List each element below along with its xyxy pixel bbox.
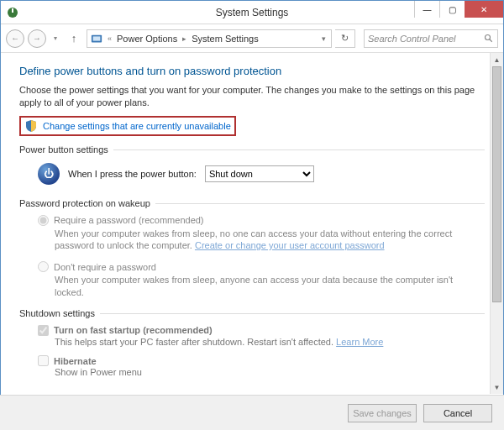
no-password-desc: When your computer wakes from sleep, any… (38, 274, 485, 298)
require-password-radio[interactable]: Require a password (recommended) (38, 215, 485, 226)
page-description: Choose the power settings that you want … (19, 84, 485, 109)
maximize-button[interactable]: ▢ (439, 1, 465, 18)
scroll-track[interactable] (491, 66, 503, 380)
vertical-scrollbar[interactable]: ▲ ▼ (490, 53, 503, 394)
breadcrumb-power-options[interactable]: Power Options (117, 34, 177, 44)
breadcrumb-root-sep: « (106, 34, 113, 43)
password-section-label: Password protection on wakeup (19, 198, 485, 208)
page-heading: Define power buttons and turn on passwor… (19, 65, 485, 77)
no-password-radio[interactable]: Don't require a password (38, 261, 485, 272)
fast-startup-desc: This helps start your PC faster after sh… (38, 336, 485, 349)
hibernate-desc: Show in Power menu (38, 366, 485, 379)
footer: Save changes Cancel (0, 395, 504, 430)
power-button-label: When I press the power button: (68, 169, 197, 179)
shutdown-section-label: Shutdown settings (19, 308, 485, 318)
navbar: ← → ▾ ↑ « Power Options ▸ System Setting… (1, 24, 503, 53)
power-icon: ⏻ (38, 163, 60, 185)
hibernate-label: Hibernate (54, 356, 97, 366)
fast-startup-label: Turn on fast startup (recommended) (54, 325, 213, 335)
content-area: Define power buttons and turn on passwor… (1, 53, 503, 394)
power-button-section-label: Power button settings (19, 144, 485, 155)
require-password-input[interactable] (38, 215, 49, 226)
hibernate-block: Hibernate Show in Power menu (19, 350, 485, 380)
address-dropdown[interactable]: ▾ (320, 34, 328, 43)
create-password-link[interactable]: Create or change your user account passw… (195, 240, 385, 250)
control-panel-icon (91, 33, 102, 45)
minimize-button[interactable]: — (414, 1, 439, 18)
history-dropdown[interactable]: ▾ (50, 29, 61, 48)
fast-startup-block: Turn on fast startup (recommended) This … (19, 320, 485, 350)
up-button[interactable]: ↑ (65, 29, 83, 48)
titlebar: System Settings — ▢ ✕ (1, 1, 503, 24)
search-icon (484, 34, 494, 44)
hibernate-checkbox[interactable]: Hibernate (38, 355, 485, 366)
svg-rect-3 (93, 36, 101, 40)
search-box[interactable]: Search Control Panel (364, 29, 498, 48)
save-changes-button[interactable]: Save changes (348, 404, 417, 422)
cancel-button[interactable]: Cancel (423, 404, 492, 422)
search-placeholder: Search Control Panel (368, 34, 456, 44)
fast-startup-input[interactable] (38, 325, 49, 336)
refresh-button[interactable]: ↻ (335, 29, 355, 48)
power-options-icon (6, 6, 19, 19)
scroll-thumb[interactable] (492, 66, 501, 302)
change-settings-row: Change settings that are currently unava… (19, 116, 236, 136)
breadcrumb-system-settings[interactable]: System Settings (192, 34, 258, 44)
power-button-row: ⏻ When I press the power button: Shut do… (19, 156, 485, 193)
no-password-block: Don't require a password When your compu… (19, 256, 485, 303)
require-password-label: Require a password (recommended) (54, 215, 204, 225)
scroll-up-button[interactable]: ▲ (491, 53, 503, 66)
power-button-select[interactable]: Shut down (205, 165, 314, 182)
change-settings-link[interactable]: Change settings that are currently unava… (43, 121, 231, 131)
address-bar[interactable]: « Power Options ▸ System Settings ▾ (87, 29, 332, 48)
window-controls: — ▢ ✕ (414, 1, 503, 18)
no-password-input[interactable] (38, 261, 49, 272)
require-password-desc: When your computer wakes from sleep, no … (38, 228, 485, 252)
forward-button[interactable]: → (28, 29, 46, 48)
svg-rect-1 (12, 8, 13, 13)
hibernate-input[interactable] (38, 355, 49, 366)
close-button[interactable]: ✕ (465, 1, 503, 18)
scroll-down-button[interactable]: ▼ (491, 380, 503, 394)
chevron-right-icon: ▸ (181, 34, 188, 43)
back-button[interactable]: ← (6, 29, 24, 48)
no-password-label: Don't require a password (54, 262, 156, 272)
window-title: System Settings (216, 7, 289, 18)
require-password-block: Require a password (recommended) When yo… (19, 210, 485, 257)
svg-point-4 (486, 34, 491, 39)
shield-icon (24, 119, 38, 133)
fast-startup-checkbox[interactable]: Turn on fast startup (recommended) (38, 325, 485, 336)
learn-more-link[interactable]: Learn More (336, 337, 383, 347)
svg-line-5 (490, 39, 492, 41)
